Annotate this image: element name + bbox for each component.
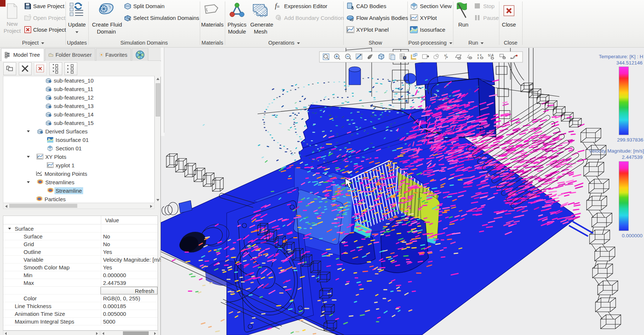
svg-text:Temperature: [K] : H: Temperature: [K] : H (599, 54, 643, 59)
svg-text:2.447539: 2.447539 (622, 154, 643, 160)
svg-text:Velocity Magnitude: [m/s]: Velocity Magnitude: [m/s] (589, 148, 644, 154)
svg-text:/*: /* (445, 56, 448, 60)
svg-text:x: x (477, 56, 479, 60)
svg-text:299.937836: 299.937836 (617, 137, 643, 143)
svg-text:x: x (492, 53, 494, 57)
svg-text:344.512146: 344.512146 (616, 60, 643, 66)
svg-text:(): () (278, 16, 281, 21)
svg-text:0.000000: 0.000000 (622, 233, 643, 238)
svg-text:5/: 5/ (488, 53, 491, 57)
